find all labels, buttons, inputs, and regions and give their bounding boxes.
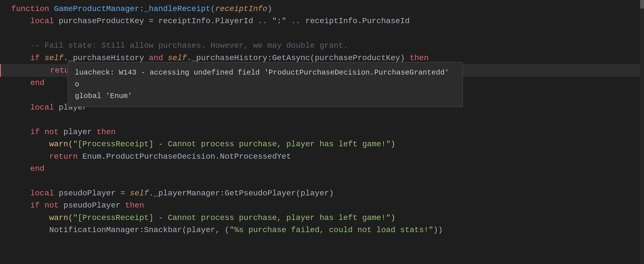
code-line-15 bbox=[0, 175, 644, 187]
code-token: end bbox=[30, 77, 44, 89]
code-token: "[ProcessReceipt] - Cannot process purch… bbox=[73, 212, 391, 224]
code-line-14: end bbox=[0, 163, 644, 175]
code-line-16: local pseudoPlayer = self._playerManager… bbox=[0, 187, 644, 199]
code-token: ._playerManager:GetPseudoPlayer(player) bbox=[149, 187, 334, 199]
code-line-3 bbox=[0, 27, 644, 40]
code-token bbox=[12, 64, 50, 77]
code-line-19: NotificationManager:Snackbar(player, ("%… bbox=[0, 224, 644, 236]
code-token bbox=[11, 150, 49, 163]
code-token: then bbox=[125, 199, 144, 211]
code-line-18: warn("[ProcessReceipt] - Cannot process … bbox=[0, 212, 644, 224]
code-token: receiptInfo bbox=[215, 3, 268, 15]
code-token bbox=[11, 224, 49, 236]
code-token bbox=[11, 40, 30, 52]
code-token bbox=[11, 126, 30, 138]
code-line-2: local purchaseProductKey = receiptInfo.P… bbox=[0, 15, 644, 27]
code-token: Enum.ProductPurchaseDecision.NotProcesse… bbox=[82, 150, 291, 163]
code-token: warn( bbox=[49, 212, 73, 224]
code-line-11: if not player then bbox=[0, 126, 644, 138]
code-token: pseudoPlayer bbox=[63, 199, 125, 211]
scrollbar[interactable] bbox=[640, 0, 644, 264]
code-line-12: warn("[ProcessReceipt] - Cannot process … bbox=[0, 138, 644, 150]
code-token: NotificationManager:Snackbar(player, ( bbox=[49, 224, 229, 236]
code-token: local bbox=[30, 101, 59, 114]
code-token bbox=[11, 163, 30, 175]
code-token: self bbox=[130, 187, 149, 199]
code-token: "[ProcessReceipt] - Cannot process purch… bbox=[73, 138, 391, 150]
code-token: GameProductManager:_handleReceipt( bbox=[54, 3, 215, 15]
tooltip-line1: luacheck: W143 - accessing undefined fie… bbox=[75, 67, 456, 90]
code-token: not bbox=[45, 199, 63, 211]
code-token: if bbox=[30, 126, 44, 138]
code-token: local bbox=[30, 15, 59, 27]
code-token: if bbox=[30, 199, 44, 211]
code-token: return bbox=[49, 150, 82, 163]
code-token bbox=[11, 212, 49, 224]
code-editor: function GameProductManager:_handleRecei… bbox=[0, 0, 644, 264]
code-token: pseudoPlayer = bbox=[59, 187, 130, 199]
code-token bbox=[11, 77, 30, 89]
code-token: ":" bbox=[272, 15, 291, 27]
code-token: purchaseProductKey = receiptInfo.PlayerI… bbox=[59, 15, 258, 27]
code-line-10 bbox=[0, 114, 644, 126]
code-token: then bbox=[97, 126, 115, 138]
code-token bbox=[11, 199, 30, 211]
code-token: ) bbox=[267, 3, 272, 15]
code-token: self bbox=[45, 52, 63, 64]
code-token: "%s purchase failed, could not load stat… bbox=[229, 224, 433, 236]
code-token bbox=[11, 187, 30, 199]
code-line-17: if not pseudoPlayer then bbox=[0, 199, 644, 211]
code-token: .. bbox=[258, 15, 272, 27]
code-token: end bbox=[30, 163, 44, 175]
scrollbar-thumb[interactable] bbox=[640, 0, 644, 8]
code-token: function bbox=[11, 3, 54, 15]
code-token: receiptInfo.PurchaseId bbox=[305, 15, 410, 27]
code-line-13: return Enum.ProductPurchaseDecision.NotP… bbox=[0, 150, 644, 163]
code-token: ) bbox=[391, 212, 395, 224]
code-token bbox=[11, 52, 30, 64]
code-line-4: -- Fail state: Still allow purchases. Ho… bbox=[0, 40, 644, 52]
tooltip-line2: global 'Enum' bbox=[75, 90, 456, 102]
code-token bbox=[11, 15, 30, 27]
code-token: warn( bbox=[49, 138, 73, 150]
code-token: local bbox=[30, 187, 59, 199]
code-token: if bbox=[30, 52, 44, 64]
code-token bbox=[11, 138, 49, 150]
code-token: ) bbox=[391, 138, 395, 150]
code-lines: function GameProductManager:_handleRecei… bbox=[0, 3, 644, 236]
code-token: )) bbox=[433, 224, 443, 236]
code-token bbox=[11, 101, 30, 114]
code-token: not bbox=[45, 126, 63, 138]
code-token: player bbox=[63, 126, 97, 138]
code-line-1: function GameProductManager:_handleRecei… bbox=[0, 3, 644, 15]
tooltip-popup: luacheck: W143 - accessing undefined fie… bbox=[68, 62, 463, 107]
code-token: .. bbox=[291, 15, 305, 27]
code-token: -- Fail state: Still allow purchases. Ho… bbox=[30, 40, 348, 52]
